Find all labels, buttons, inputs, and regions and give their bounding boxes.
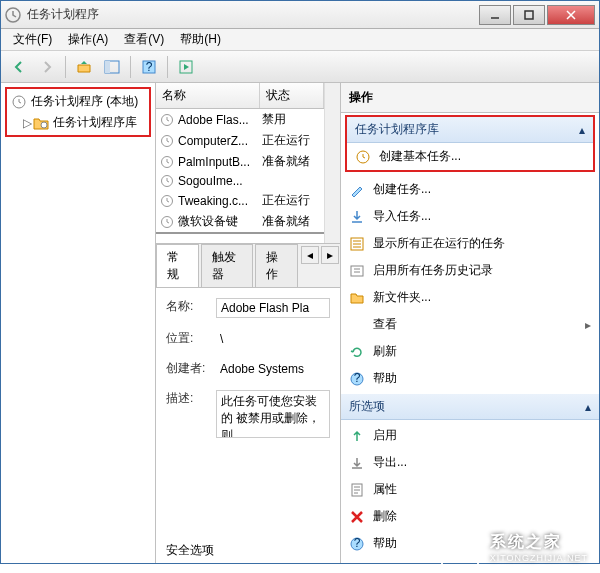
minimize-button[interactable] — [479, 5, 511, 25]
content-area: 任务计划程序 (本地) ▷ 任务计划程序库 名称 状态 Adobe Flas. — [1, 83, 599, 563]
menu-file[interactable]: 文件(F) — [5, 29, 60, 50]
name-label: 名称: — [166, 298, 216, 318]
up-button[interactable] — [72, 55, 96, 79]
title-bar: 任务计划程序 — [1, 1, 599, 29]
actions-highlight: 任务计划程序库 ▴ 创建基本任务... — [345, 115, 595, 172]
tab-scroll-right[interactable]: ▸ — [321, 246, 339, 264]
separator — [167, 56, 168, 78]
action-new-folder[interactable]: 新文件夹... — [341, 284, 599, 311]
list-scrollbar[interactable] — [324, 83, 340, 243]
svg-text:?: ? — [354, 536, 361, 550]
menu-help[interactable]: 帮助(H) — [172, 29, 229, 50]
action-label: 查看 — [373, 316, 585, 333]
actions-header: 操作 — [341, 83, 599, 113]
menu-bar: 文件(F) 操作(A) 查看(V) 帮助(H) — [1, 29, 599, 51]
list-row[interactable]: PalmInputB...准备就绪 — [156, 151, 324, 172]
row-status: 准备就绪 — [262, 153, 320, 170]
help-tb-button[interactable]: ? — [137, 55, 161, 79]
action-label: 启用所有任务历史记录 — [373, 262, 591, 279]
separator — [130, 56, 131, 78]
menu-action[interactable]: 操作(A) — [60, 29, 116, 50]
folder-clock-icon — [33, 115, 49, 131]
action-enable-history[interactable]: 启用所有任务历史记录 — [341, 257, 599, 284]
tab-triggers[interactable]: 触发器 — [201, 244, 254, 287]
app-icon — [5, 7, 21, 23]
forward-button[interactable] — [35, 55, 59, 79]
action-label: 新文件夹... — [373, 289, 591, 306]
list-row[interactable]: 微软设备键准备就绪 — [156, 211, 324, 232]
actions-pane: 操作 任务计划程序库 ▴ 创建基本任务... 创建任务... 导入任务... 显… — [341, 83, 599, 563]
action-help[interactable]: ?帮助 — [341, 365, 599, 392]
tab-general[interactable]: 常规 — [156, 244, 199, 287]
action-group-selected[interactable]: 所选项 ▴ — [341, 394, 599, 420]
svg-point-8 — [41, 122, 47, 128]
action-enable[interactable]: 启用 — [341, 422, 599, 449]
tab-actions[interactable]: 操作 — [255, 244, 298, 287]
action-import[interactable]: 导入任务... — [341, 203, 599, 230]
action-create-task[interactable]: 创建任务... — [341, 176, 599, 203]
action-label: 创建基本任务... — [379, 148, 585, 165]
tab-scroll-left[interactable]: ◂ — [301, 246, 319, 264]
action-refresh[interactable]: 刷新 — [341, 338, 599, 365]
name-field[interactable]: Adobe Flash Pla — [216, 298, 330, 318]
help-icon: ? — [349, 536, 365, 552]
security-options: 安全选项 — [156, 538, 340, 563]
list-row[interactable]: SogouIme... — [156, 172, 324, 190]
close-button[interactable] — [547, 5, 595, 25]
row-name: 微软设备键 — [178, 213, 262, 230]
export-icon — [349, 455, 365, 471]
action-label: 导出... — [373, 454, 591, 471]
svg-rect-1 — [525, 11, 533, 19]
watermark-icon — [438, 527, 482, 567]
expand-icon[interactable]: ▷ — [21, 116, 33, 130]
action-create-basic[interactable]: 创建基本任务... — [347, 143, 593, 170]
action-properties[interactable]: 属性 — [341, 476, 599, 503]
run-tb-button[interactable] — [174, 55, 198, 79]
tree-pane: 任务计划程序 (本地) ▷ 任务计划程序库 — [1, 83, 156, 563]
watermark-text: 系统之家 XITONGZHIJIA.NET — [490, 532, 588, 563]
row-name: SogouIme... — [178, 174, 262, 188]
col-status[interactable]: 状态 — [260, 83, 324, 108]
author-label: 创建者: — [166, 360, 216, 378]
collapse-icon[interactable]: ▴ — [585, 400, 591, 414]
help-icon: ? — [349, 371, 365, 387]
action-label: 显示所有正在运行的任务 — [373, 235, 591, 252]
action-export[interactable]: 导出... — [341, 449, 599, 476]
location-label: 位置: — [166, 330, 216, 348]
watermark: 系统之家 XITONGZHIJIA.NET — [438, 527, 588, 567]
desc-field[interactable]: 此任务可使您安装的 被禁用或删除，则 — [216, 390, 330, 438]
action-label: 创建任务... — [373, 181, 591, 198]
svg-rect-3 — [105, 61, 110, 73]
svg-rect-24 — [450, 551, 458, 561]
desc-label: 描述: — [166, 390, 216, 438]
delete-icon — [349, 509, 365, 525]
refresh-icon — [349, 344, 365, 360]
list-row[interactable]: ComputerZ...正在运行 — [156, 130, 324, 151]
list-row[interactable]: Tweaking.c...正在运行 — [156, 190, 324, 211]
blank-icon — [349, 317, 365, 333]
row-name: ComputerZ... — [178, 134, 262, 148]
row-name: PalmInputB... — [178, 155, 262, 169]
collapse-icon[interactable]: ▴ — [579, 123, 585, 137]
back-button[interactable] — [7, 55, 31, 79]
action-delete[interactable]: 删除 — [341, 503, 599, 530]
row-status: 禁用 — [262, 111, 320, 128]
chevron-right-icon: ▸ — [585, 318, 591, 332]
tree-library[interactable]: ▷ 任务计划程序库 — [9, 112, 147, 133]
history-icon — [349, 263, 365, 279]
col-name[interactable]: 名称 — [156, 83, 260, 108]
toolbar: ? — [1, 51, 599, 83]
maximize-button[interactable] — [513, 5, 545, 25]
tree-highlight: 任务计划程序 (本地) ▷ 任务计划程序库 — [5, 87, 151, 137]
tree-root[interactable]: 任务计划程序 (本地) — [9, 91, 147, 112]
panes-button[interactable] — [100, 55, 124, 79]
action-group-library[interactable]: 任务计划程序库 ▴ — [347, 117, 593, 143]
action-show-running[interactable]: 显示所有正在运行的任务 — [341, 230, 599, 257]
detail-pane: 常规 触发器 操作 ◂ ▸ 名称:Adobe Flash Pla 位置:\ 创建… — [156, 243, 340, 563]
tree-library-label: 任务计划程序库 — [53, 114, 137, 131]
properties-icon — [349, 482, 365, 498]
menu-view[interactable]: 查看(V) — [116, 29, 172, 50]
list-row[interactable]: Adobe Flas...禁用 — [156, 109, 324, 130]
clock-icon — [160, 155, 174, 169]
action-view[interactable]: 查看▸ — [341, 311, 599, 338]
